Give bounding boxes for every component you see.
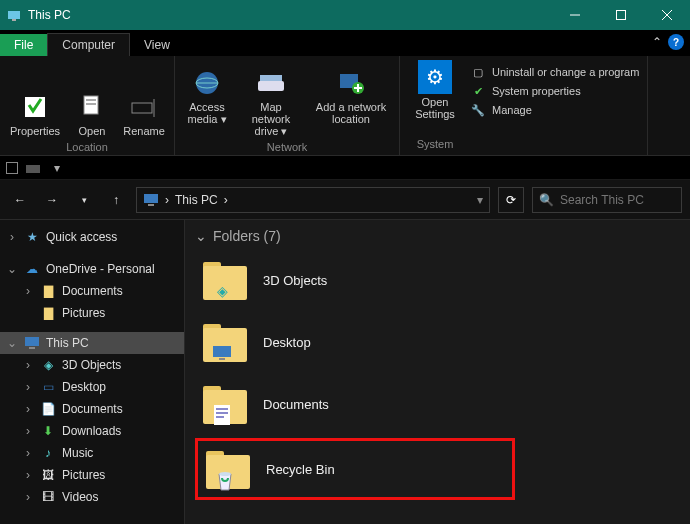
group-label-location: Location xyxy=(66,141,108,153)
svg-rect-30 xyxy=(216,412,228,414)
breadcrumb-root[interactable]: This PC xyxy=(175,193,218,207)
expand-icon[interactable]: › xyxy=(22,358,34,372)
sidebar-item-videos[interactable]: ›🎞Videos xyxy=(0,486,184,508)
forward-button[interactable]: → xyxy=(40,188,64,212)
sidebar-item-music[interactable]: ›♪Music xyxy=(0,442,184,464)
folder-icon: ◈ xyxy=(201,256,249,304)
open-settings-button[interactable]: ⚙ Open Settings xyxy=(408,60,462,120)
open-button[interactable]: Open xyxy=(72,91,112,137)
rename-icon xyxy=(128,91,160,123)
back-button[interactable]: ← xyxy=(8,188,32,212)
qat-checkbox-icon[interactable] xyxy=(6,162,18,174)
map-drive-button[interactable]: Map network drive ▾ xyxy=(241,67,301,137)
sidebar-label: 3D Objects xyxy=(62,358,121,372)
svg-rect-9 xyxy=(86,103,96,105)
qat-dropdown-icon[interactable]: ▾ xyxy=(48,159,66,177)
access-media-button[interactable]: Access media ▾ xyxy=(183,67,231,137)
sidebar-label: Documents xyxy=(62,284,123,298)
group-label-network: Network xyxy=(267,141,307,153)
settings-icon: ⚙ xyxy=(418,60,452,94)
folder-label: Desktop xyxy=(263,335,311,350)
minimize-button[interactable] xyxy=(552,0,598,30)
folder-icon xyxy=(201,380,249,428)
sidebar-item-documents[interactable]: ›📄Documents xyxy=(0,398,184,420)
content-pane: ⌄ Folders (7) ◈ 3D Objects Desktop Docum… xyxy=(185,220,690,524)
sidebar-label: Downloads xyxy=(62,424,121,438)
window-icon xyxy=(0,7,28,23)
refresh-button[interactable]: ⟳ xyxy=(498,187,524,213)
tab-view[interactable]: View xyxy=(130,34,184,56)
svg-point-32 xyxy=(219,472,231,476)
uninstall-program-button[interactable]: ▢Uninstall or change a program xyxy=(470,64,639,80)
title-bar: This PC xyxy=(0,0,690,30)
collapse-group-icon[interactable]: ⌄ xyxy=(195,228,207,244)
svg-rect-3 xyxy=(617,11,626,20)
close-button[interactable] xyxy=(644,0,690,30)
sidebar-label: Music xyxy=(62,446,93,460)
search-input[interactable] xyxy=(560,193,675,207)
folder-item-recycle-bin[interactable]: Recycle Bin xyxy=(195,438,515,500)
address-dropdown-icon[interactable]: ▾ xyxy=(477,193,483,207)
expand-icon[interactable]: › xyxy=(22,446,34,460)
recycle-bin-overlay-icon xyxy=(214,469,236,491)
svg-rect-1 xyxy=(12,19,16,21)
folder-item-documents[interactable]: Documents xyxy=(195,376,515,432)
expand-icon[interactable]: › xyxy=(22,490,34,504)
sidebar-label: Documents xyxy=(62,402,123,416)
qat-drive-icon[interactable] xyxy=(24,159,42,177)
search-box[interactable]: 🔍 xyxy=(532,187,682,213)
svg-rect-23 xyxy=(148,204,154,206)
collapse-icon[interactable]: ⌄ xyxy=(6,262,18,276)
sidebar-item-this-pc[interactable]: ⌄ This PC xyxy=(0,332,184,354)
folder-icon: ▇ xyxy=(40,283,56,299)
folder-label: Documents xyxy=(263,397,329,412)
sidebar-item-pictures[interactable]: ›🖼Pictures xyxy=(0,464,184,486)
expand-icon[interactable]: › xyxy=(22,424,34,438)
sidebar-item-quick-access[interactable]: › ★ Quick access xyxy=(0,226,184,248)
sysprops-icon: ✔ xyxy=(470,83,486,99)
svg-rect-0 xyxy=(8,11,20,19)
expand-icon[interactable]: › xyxy=(22,402,34,416)
navigation-pane: › ★ Quick access ⌄ ☁ OneDrive - Personal… xyxy=(0,220,185,524)
maximize-button[interactable] xyxy=(598,0,644,30)
address-bar[interactable]: › This PC › ▾ xyxy=(136,187,490,213)
ribbon-group-location: Properties Open Rename Location xyxy=(0,56,175,155)
properties-button[interactable]: Properties xyxy=(8,91,62,137)
ribbon: Properties Open Rename Location Access m… xyxy=(0,56,690,156)
manage-button[interactable]: 🔧Manage xyxy=(470,102,639,118)
desktop-overlay-icon xyxy=(211,342,233,364)
sidebar-item-onedrive-documents[interactable]: ›▇Documents xyxy=(0,280,184,302)
sidebar-item-3d-objects[interactable]: ›◈3D Objects xyxy=(0,354,184,376)
sidebar-label: Videos xyxy=(62,490,98,504)
breadcrumb-sep: › xyxy=(165,193,169,207)
system-properties-button[interactable]: ✔System properties xyxy=(470,83,639,99)
videos-icon: 🎞 xyxy=(40,489,56,505)
pictures-icon: 🖼 xyxy=(40,467,56,483)
sidebar-item-downloads[interactable]: ›⬇Downloads xyxy=(0,420,184,442)
add-network-location-button[interactable]: Add a network location xyxy=(311,67,391,137)
expand-icon[interactable]: › xyxy=(22,284,34,298)
sidebar-item-onedrive[interactable]: ⌄ ☁ OneDrive - Personal xyxy=(0,258,184,280)
sidebar-item-desktop[interactable]: ›▭Desktop xyxy=(0,376,184,398)
folder-item-desktop[interactable]: Desktop xyxy=(195,314,515,370)
folder-item-3d-objects[interactable]: ◈ 3D Objects xyxy=(195,252,515,308)
rename-button[interactable]: Rename xyxy=(122,91,166,137)
sidebar-label: Pictures xyxy=(62,306,105,320)
svg-rect-24 xyxy=(25,337,39,346)
breadcrumb-sep2: › xyxy=(224,193,228,207)
expand-icon[interactable]: › xyxy=(22,468,34,482)
sidebar-item-onedrive-pictures[interactable]: ▇Pictures xyxy=(0,302,184,324)
folders-group-header[interactable]: ⌄ Folders (7) xyxy=(195,228,680,244)
collapse-icon[interactable]: ⌄ xyxy=(6,336,18,350)
expand-icon[interactable]: › xyxy=(6,230,18,244)
help-icon[interactable]: ? xyxy=(668,34,684,50)
window-title: This PC xyxy=(28,8,552,22)
up-button[interactable]: ↑ xyxy=(104,188,128,212)
cloud-icon: ☁ xyxy=(24,261,40,277)
expand-icon[interactable]: › xyxy=(22,380,34,394)
tab-file[interactable]: File xyxy=(0,34,47,56)
search-icon: 🔍 xyxy=(539,193,554,207)
collapse-ribbon-icon[interactable]: ⌃ xyxy=(652,35,662,49)
tab-computer[interactable]: Computer xyxy=(47,33,130,56)
recent-locations-button[interactable]: ▾ xyxy=(72,188,96,212)
